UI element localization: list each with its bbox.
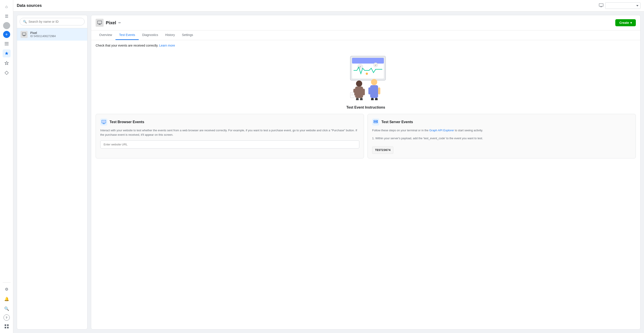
svg-rect-1 xyxy=(5,43,8,44)
server-card-desc: Follow these steps on your terminal or i… xyxy=(372,128,631,133)
nav-search-icon[interactable]: 🔍 xyxy=(3,305,10,313)
page-title: Data sources xyxy=(17,3,42,8)
svg-rect-6 xyxy=(7,327,8,328)
svg-point-23 xyxy=(356,80,362,87)
website-url-input[interactable] xyxy=(100,140,359,149)
create-chevron-icon: ▾ xyxy=(630,21,632,24)
learn-more-link[interactable]: Learn more xyxy=(159,44,175,47)
illustration-area: ✓ ✓ xyxy=(96,52,636,100)
svg-rect-2 xyxy=(5,45,8,45)
nav-help-icon[interactable]: ? xyxy=(4,315,10,321)
nav-star-icon[interactable] xyxy=(3,59,10,67)
content-area: Check that your events are received corr… xyxy=(91,40,640,329)
pixel-title-area: Pixel ✏ xyxy=(96,19,121,27)
search-input[interactable] xyxy=(28,20,81,23)
main-content: Data sources 🔍 xyxy=(13,0,644,333)
pixel-title-text: Pixel xyxy=(106,20,116,25)
nav-list-icon[interactable] xyxy=(3,40,10,48)
pixel-title-icon xyxy=(96,19,104,27)
server-events-card: Test Server Events Follow these steps on… xyxy=(368,114,636,158)
search-box: 🔍 xyxy=(17,15,87,28)
nav-bottom-section: ⚙ 🔔 🔍 ? xyxy=(3,282,10,330)
nav-diamond-icon[interactable] xyxy=(3,69,10,77)
top-bar: Data sources xyxy=(13,0,644,11)
svg-rect-0 xyxy=(5,42,8,42)
nav-settings-icon[interactable]: ⚙ xyxy=(3,285,10,293)
svg-rect-3 xyxy=(5,325,6,326)
tab-overview[interactable]: Overview xyxy=(96,30,116,40)
browser-card-icon xyxy=(100,118,107,126)
svg-rect-4 xyxy=(7,325,8,326)
nav-menu-icon[interactable]: ☰ xyxy=(3,12,10,20)
section-title: Test Event Instructions xyxy=(96,105,636,109)
nav-grid-icon[interactable] xyxy=(3,323,10,330)
nav-divider xyxy=(3,283,10,283)
browser-card-desc: Interact with your website to test wheth… xyxy=(100,128,359,137)
svg-rect-35 xyxy=(378,87,380,94)
cards-row: Test Browser Events Interact with your w… xyxy=(96,114,636,158)
svg-rect-28 xyxy=(360,98,363,100)
svg-point-38 xyxy=(366,73,368,75)
create-button-label: Create xyxy=(619,21,629,24)
left-panel: 🔍 Pixel ID 545011406272984 xyxy=(17,15,88,330)
top-bar-right xyxy=(599,2,640,9)
svg-point-46 xyxy=(377,122,377,123)
intro-text: Check that your events are received corr… xyxy=(96,44,636,47)
tab-settings[interactable]: Settings xyxy=(178,30,197,40)
svg-text:✓: ✓ xyxy=(359,65,361,68)
svg-rect-5 xyxy=(5,327,6,328)
server-card-header: Test Server Events xyxy=(372,118,631,126)
tabs-bar: Overview Test Events Diagnostics History… xyxy=(91,30,640,40)
nav-avatar[interactable] xyxy=(3,22,10,29)
svg-rect-33 xyxy=(370,85,378,98)
left-navigation: ⌂ ☰ + ⚙ 🔔 🔍 ? xyxy=(0,0,13,333)
browser-events-card: Test Browser Events Interact with your w… xyxy=(96,114,364,158)
pixel-item-id: ID 545011406272984 xyxy=(30,35,56,38)
right-panel: Pixel ✏ Create ▾ Overview Test Events Di… xyxy=(91,15,640,330)
create-button[interactable]: Create ▾ xyxy=(615,19,636,26)
edit-icon[interactable]: ✏ xyxy=(118,21,121,24)
browser-card-header: Test Browser Events xyxy=(100,118,359,126)
server-card-title: Test Server Events xyxy=(382,120,413,124)
svg-rect-7 xyxy=(599,3,603,6)
tab-history[interactable]: History xyxy=(162,30,178,40)
test-event-code: TEST23674 xyxy=(372,147,393,154)
tab-test-events[interactable]: Test Events xyxy=(116,30,138,40)
browser-card-title: Test Browser Events xyxy=(110,120,144,124)
nav-add-button[interactable]: + xyxy=(3,31,10,38)
svg-rect-42 xyxy=(102,121,105,122)
svg-point-45 xyxy=(377,121,377,121)
monitor-icon xyxy=(599,3,603,8)
body-area: 🔍 Pixel ID 545011406272984 xyxy=(13,11,644,333)
nav-home-icon[interactable]: ⌂ xyxy=(3,3,10,10)
pixel-item-name: Pixel xyxy=(30,31,56,35)
svg-point-32 xyxy=(371,79,377,85)
tab-diagnostics[interactable]: Diagnostics xyxy=(139,30,162,40)
svg-rect-37 xyxy=(375,98,378,100)
svg-rect-26 xyxy=(363,89,365,95)
pixel-item-icon xyxy=(20,31,28,38)
svg-rect-10 xyxy=(22,33,26,35)
nav-events-icon[interactable] xyxy=(3,49,10,57)
graph-api-link[interactable]: Graph API Explorer xyxy=(429,129,454,132)
svg-rect-36 xyxy=(371,98,374,100)
svg-rect-18 xyxy=(352,58,384,63)
svg-text:✓: ✓ xyxy=(375,64,376,66)
svg-rect-34 xyxy=(368,87,370,94)
server-step-text: 1. Within your server's payload, add the… xyxy=(372,136,631,141)
nav-bell-icon[interactable]: 🔔 xyxy=(3,295,10,303)
account-dropdown[interactable] xyxy=(605,2,640,9)
right-panel-header: Pixel ✏ Create ▾ xyxy=(91,15,640,30)
svg-rect-13 xyxy=(98,21,102,24)
pixel-item-info: Pixel ID 545011406272984 xyxy=(30,31,56,38)
pixel-list-item[interactable]: Pixel ID 545011406272984 xyxy=(17,28,87,41)
server-card-icon xyxy=(372,118,379,126)
search-magnifier-icon: 🔍 xyxy=(23,20,27,23)
svg-rect-24 xyxy=(355,86,363,98)
svg-rect-27 xyxy=(356,98,359,100)
search-input-wrap: 🔍 xyxy=(20,18,84,25)
test-events-illustration: ✓ ✓ xyxy=(335,52,397,100)
